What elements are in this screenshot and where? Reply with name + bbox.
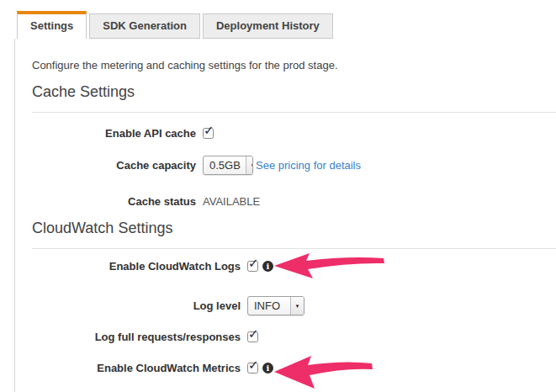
settings-tab-panel: Configure the metering and caching setti… — [14, 39, 556, 392]
info-icon[interactable]: i — [262, 261, 273, 272]
cache-status-label: Cache status — [32, 195, 196, 208]
cloudwatch-settings-heading: CloudWatch Settings — [32, 220, 556, 237]
log-full-requests-label: Log full requests/responses — [32, 331, 241, 343]
tab-sdk-generation[interactable]: SDK Generation — [89, 13, 200, 39]
tab-bar: Settings SDK Generation Deployment Histo… — [17, 11, 556, 39]
enable-api-cache-row: Enable API cache — [32, 127, 556, 140]
enable-cloudwatch-metrics-checkbox[interactable] — [247, 363, 258, 373]
enable-api-cache-label: Enable API cache — [32, 127, 196, 140]
cache-capacity-value: 0.5GB — [204, 156, 246, 174]
tab-deployment-history[interactable]: Deployment History — [203, 13, 333, 39]
enable-cloudwatch-logs-label: Enable CloudWatch Logs — [32, 260, 241, 273]
enable-cloudwatch-logs-row: Enable CloudWatch Logs i — [32, 260, 556, 273]
log-full-requests-row: Log full requests/responses — [32, 331, 556, 343]
enable-cloudwatch-logs-checkbox[interactable] — [247, 261, 258, 272]
log-level-value: INFO — [248, 297, 290, 315]
section-divider — [32, 248, 556, 249]
cache-capacity-label: Cache capacity — [32, 159, 196, 172]
log-full-requests-checkbox[interactable] — [247, 331, 258, 342]
enable-cloudwatch-metrics-label: Enable CloudWatch Metrics — [32, 362, 241, 374]
cache-status-row: Cache status AVAILABLE — [32, 195, 556, 208]
chevron-down-icon: ▼ — [290, 297, 304, 315]
enable-api-cache-checkbox[interactable] — [203, 128, 214, 139]
chevron-down-icon: ▼ — [246, 156, 253, 174]
stage-settings-page: { "tabs": { "settings": "Settings", "sdk… — [0, 0, 556, 392]
log-level-label: Log level — [32, 299, 241, 312]
cache-settings-heading: Cache Settings — [32, 83, 556, 101]
cache-capacity-row: Cache capacity 0.5GB ▼ See pricing for d… — [32, 156, 556, 175]
tab-settings[interactable]: Settings — [17, 11, 87, 39]
log-level-select[interactable]: INFO ▼ — [247, 296, 304, 315]
log-level-row: Log level INFO ▼ — [32, 296, 556, 315]
pricing-link[interactable]: See pricing for details — [256, 159, 361, 172]
enable-cloudwatch-metrics-row: Enable CloudWatch Metrics i — [32, 362, 556, 374]
cache-status-value: AVAILABLE — [203, 195, 260, 208]
cache-capacity-select[interactable]: 0.5GB ▼ — [203, 156, 253, 175]
stage-description: Configure the metering and caching setti… — [32, 59, 556, 72]
info-icon[interactable]: i — [262, 363, 273, 373]
section-divider — [32, 112, 556, 113]
